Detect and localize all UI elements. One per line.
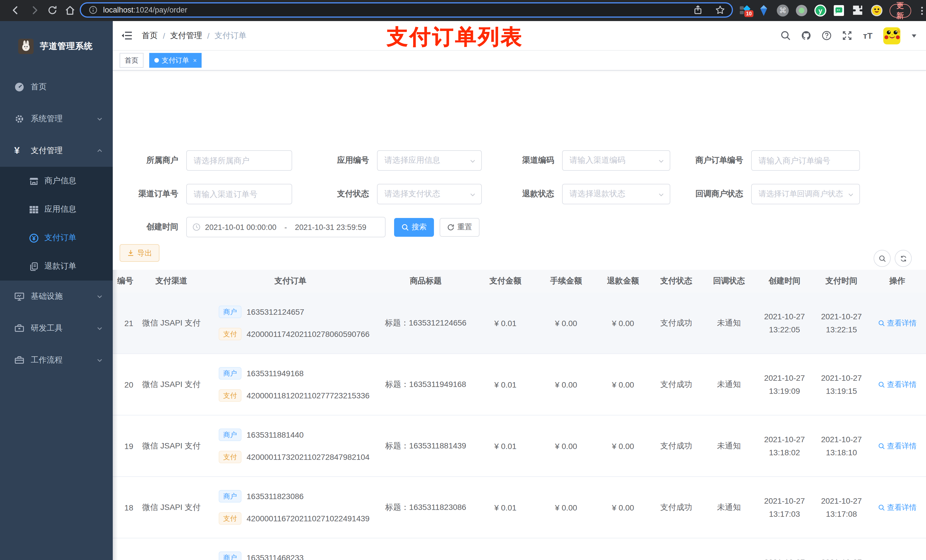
cell-pay-status: 支付成功 xyxy=(649,379,703,389)
github-icon[interactable] xyxy=(802,31,811,41)
sidebar-item-system[interactable]: 系统管理 xyxy=(0,103,113,135)
app-id-select[interactable]: 请选择应用信息 xyxy=(377,150,482,171)
sidebar-item-workflow[interactable]: 工作流程 xyxy=(0,344,113,376)
chevron-down-icon xyxy=(469,191,476,198)
search-button[interactable]: 搜索 xyxy=(394,218,434,237)
sidebar-item-refund-order[interactable]: 退款订单 xyxy=(0,252,113,281)
view-detail-link[interactable]: 查看详情 xyxy=(878,441,917,451)
sidebar-item-payment[interactable]: ¥ 支付管理 xyxy=(0,135,113,167)
extensions-puzzle-icon[interactable] xyxy=(852,5,864,17)
app-logo[interactable]: 芋道管理系统 xyxy=(0,21,113,71)
view-detail-link[interactable]: 查看详情 xyxy=(878,502,917,512)
col-created: 创建时间 xyxy=(755,276,814,286)
cell-paid: 2021-10-2713:11:15 xyxy=(814,556,869,560)
date-separator: - xyxy=(281,223,291,231)
browser-reload-icon[interactable] xyxy=(47,5,58,16)
site-info-icon[interactable] xyxy=(89,6,97,14)
col-paid: 支付时间 xyxy=(814,276,869,286)
extension-gem-icon[interactable] xyxy=(758,5,770,17)
chevron-down-icon xyxy=(96,357,103,364)
extension-command-icon[interactable]: ⌘ xyxy=(777,5,789,17)
search-icon xyxy=(401,223,409,231)
notify-status-select[interactable]: 请选择订单回调商户状态 xyxy=(751,184,860,204)
chevron-down-icon xyxy=(847,191,854,198)
user-avatar[interactable] xyxy=(883,27,900,44)
tags-view: 首页 支付订单 × xyxy=(113,51,926,71)
extension-dot-icon[interactable] xyxy=(796,5,808,17)
view-detail-link[interactable]: 查看详情 xyxy=(878,379,917,389)
clock-icon xyxy=(192,223,200,231)
col-actions: 操作 xyxy=(869,276,926,286)
cell-pay-order: 商户1635311468233 支付4200001194202110276752… xyxy=(205,551,376,560)
chevron-down-icon xyxy=(469,158,476,165)
table-row[interactable]: 18 微信 JSAPI 支付 商户1635311823086 支付4200001… xyxy=(113,477,926,538)
date-range-input[interactable]: 2021-10-01 00:00:00 - 2021-10-31 23:59:5… xyxy=(186,217,386,237)
browser-menu-icon[interactable] xyxy=(918,5,926,16)
refresh-table-button[interactable] xyxy=(895,250,912,267)
extension-chat-icon[interactable] xyxy=(833,5,845,17)
pay-no: 4200001181202110277723215336 xyxy=(247,391,369,400)
sidebar-item-label: 基础设施 xyxy=(31,291,96,302)
cell-title: 标题：1635312124656 xyxy=(376,318,475,328)
date-start: 2021-10-01 00:00:00 xyxy=(205,223,277,231)
fullscreen-icon[interactable] xyxy=(843,31,852,41)
update-button[interactable]: 更新 xyxy=(890,4,911,17)
sidebar-item-pay-order[interactable]: 支付订单 xyxy=(0,223,113,252)
refresh-icon xyxy=(900,255,907,262)
sidebar-fold-icon[interactable] xyxy=(121,31,132,40)
extension-y-icon[interactable]: y xyxy=(814,5,826,17)
table-row[interactable]: 21 微信 JSAPI 支付 商户1635312124657 支付4200001… xyxy=(113,293,926,354)
table-row[interactable]: 17 微信 JSAPI 支付 商户1635311468233 支付4200001… xyxy=(113,538,926,560)
sidebar-item-app-info[interactable]: 应用信息 xyxy=(0,195,113,223)
sidebar-item-infrastructure[interactable]: 基础设施 xyxy=(0,281,113,312)
cell-pay-status: 支付成功 xyxy=(649,502,703,512)
tag-pay-order[interactable]: 支付订单 × xyxy=(149,53,202,68)
browser-home-icon[interactable] xyxy=(64,5,76,16)
cell-created: 2021-10-2713:17:03 xyxy=(755,494,814,521)
cell-actions: 查看详情 xyxy=(869,379,926,389)
filter-label: 应用编号 xyxy=(304,155,369,166)
channel-code-select[interactable]: 请输入渠道编码 xyxy=(562,150,670,171)
sidebar-item-merchant-info[interactable]: 商户信息 xyxy=(0,167,113,195)
table-row[interactable]: 20 微信 JSAPI 支付 商户1635311949168 支付4200001… xyxy=(113,354,926,415)
briefcase-icon xyxy=(14,355,24,365)
help-icon[interactable] xyxy=(822,31,832,41)
toggle-search-button[interactable] xyxy=(874,250,891,267)
cell-notify-status: 未通知 xyxy=(703,441,755,451)
export-button[interactable]: 导出 xyxy=(120,244,159,262)
refund-status-select[interactable]: 请选择退款状态 xyxy=(562,184,670,204)
profile-emoji-icon[interactable] xyxy=(871,5,883,17)
table-row[interactable]: 19 微信 JSAPI 支付 商户1635311881440 支付4200001… xyxy=(113,415,926,477)
sidebar-item-label: 研发工具 xyxy=(31,323,96,334)
address-bar[interactable]: localhost:1024/pay/order xyxy=(80,2,733,18)
chevron-down-icon xyxy=(96,116,103,122)
sidebar-item-label: 首页 xyxy=(31,82,103,92)
cell-id: 21 xyxy=(113,318,138,328)
merchant-input[interactable] xyxy=(186,150,292,171)
sidebar-item-home[interactable]: 首页 xyxy=(0,71,113,103)
merchant-order-no-input[interactable] xyxy=(751,150,860,171)
pay-status-select[interactable]: 请选择支付状态 xyxy=(377,184,482,204)
breadcrumb-home[interactable]: 首页 xyxy=(142,30,158,41)
bookmark-star-icon[interactable] xyxy=(715,5,725,15)
filter-notify-status: 回调商户状态 请选择订单回调商户状态 xyxy=(668,184,860,204)
sidebar-submenu-payment: 商户信息 应用信息 支付订单 xyxy=(0,167,113,281)
cell-id: 18 xyxy=(113,503,138,512)
breadcrumb-payment[interactable]: 支付管理 xyxy=(170,30,202,41)
filter-create-time: 创建时间 2021-10-01 00:00:00 - 2021-10-31 23… xyxy=(113,217,480,237)
close-icon[interactable]: × xyxy=(193,57,197,64)
search-icon[interactable] xyxy=(781,31,791,41)
browser-back-icon[interactable] xyxy=(10,5,21,16)
sidebar-item-label: 退款订单 xyxy=(44,261,103,272)
sidebar-item-dev-tools[interactable]: 研发工具 xyxy=(0,312,113,344)
share-icon[interactable] xyxy=(693,5,703,15)
extension-diamond-icon[interactable]: 10 xyxy=(739,5,751,17)
view-detail-link[interactable]: 查看详情 xyxy=(878,318,917,328)
font-size-icon[interactable]: тT xyxy=(863,31,873,41)
avatar-caret-icon[interactable] xyxy=(911,33,917,38)
filter-label: 回调商户状态 xyxy=(668,189,743,199)
reset-button[interactable]: 重置 xyxy=(440,218,480,237)
tag-home[interactable]: 首页 xyxy=(120,53,144,68)
browser-forward-icon[interactable] xyxy=(29,5,41,16)
channel-order-no-input[interactable] xyxy=(186,184,292,204)
